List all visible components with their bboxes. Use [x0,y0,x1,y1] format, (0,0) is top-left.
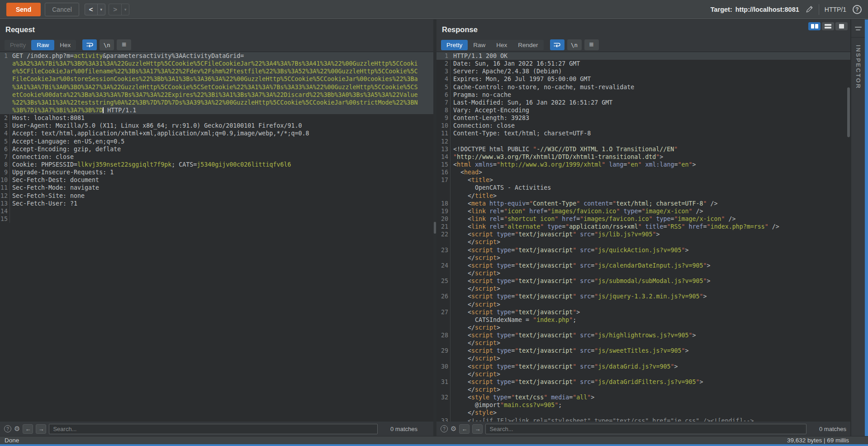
tab-pretty[interactable]: Pretty [5,40,31,50]
code-line: 6Accept-Encoding: gzip, deflate [0,145,433,153]
response-editor[interactable]: 1HTTP/1.1 200 OK2Date: Sun, 16 Jan 2022 … [436,52,850,422]
search-help-icon[interactable]: ? [441,425,448,432]
code-line: 17 <title> [436,176,850,184]
show-newlines-toggle[interactable]: \n [100,39,114,50]
code-line: 10Sec-Fetch-Dest: document [0,176,433,184]
cancel-button[interactable]: Cancel [45,3,79,16]
layout-toggle-group [808,22,848,30]
line-number: 5 [0,138,10,145]
line-number [436,238,451,246]
code-line: @import"main.css?v=905"; [436,401,850,409]
tab-pretty[interactable]: Pretty [441,40,468,50]
code-line: 11Content-Type: text/html; charset=UTF-8 [436,129,850,137]
layout-single-button[interactable] [835,22,848,30]
forward-button[interactable]: > ▾ [109,4,129,15]
back-button[interactable]: < ▾ [85,4,105,15]
code-line: 3User-Agent: Mozilla/5.0 (X11; Linux x86… [0,122,433,129]
code-line: 8Cookie: PHPSESSID=llkvj359nset22sggiqlt… [0,161,433,168]
code-line: </script> [436,285,850,293]
line-number: 2 [0,114,10,122]
target-value: http://localhost:8081 [735,6,799,13]
inspector-collapsed-rail[interactable]: INSPECTOR [851,19,865,436]
layout-rows-icon [825,24,831,29]
code-line: 9Content-Length: 39283 [436,114,850,122]
response-view-tabs: PrettyRawHexRender \n ≡ [441,39,599,50]
search-prev-button[interactable]: ← [23,424,33,434]
response-menu-button[interactable]: ≡ [584,39,599,50]
newline-icon: \n [104,42,110,48]
inspector-toggle-icon[interactable] [851,19,865,38]
tab-raw[interactable]: Raw [31,40,54,50]
code-line: 2Date: Sun, 16 Jan 2022 16:51:27 GMT [436,60,850,67]
back-dropdown-icon[interactable]: ▾ [97,4,105,15]
response-scrollbar-thumb[interactable] [847,87,850,137]
code-line: 4Expires: Mon, 26 Jul 1997 05:00:00 GMT [436,75,850,83]
forward-dropdown-icon[interactable]: ▾ [121,4,129,15]
code-line: 32 <style type="text/css" media="all"> [436,393,850,401]
line-number: 4 [0,129,10,137]
tab-hex[interactable]: Hex [491,40,512,50]
code-line: 5Accept-Language: en-US,en;q=0.5 [0,138,433,145]
line-number: 32 [436,393,451,401]
line-number [436,285,451,293]
tab-render[interactable]: Render [512,40,543,50]
request-view-tabs: PrettyRawHex \n ≡ [5,39,131,50]
word-wrap-toggle[interactable] [82,39,97,50]
word-wrap-toggle[interactable] [550,39,564,50]
search-next-button[interactable]: → [36,424,46,434]
line-number: 2 [436,60,451,67]
search-help-icon[interactable]: ? [4,425,11,432]
line-number: 33 [436,417,451,422]
code-line: </script> [436,324,850,331]
search-settings-icon[interactable]: ⚙ [14,425,20,432]
search-settings-icon[interactable]: ⚙ [451,425,456,432]
line-number [436,409,451,417]
layout-columns-button[interactable] [808,22,821,30]
code-line: 24 <script type="text/javascript" src="j… [436,262,850,269]
line-number [436,370,451,378]
line-number: 11 [436,129,451,137]
code-line: 18 <meta http-equiv="Content-Type" conte… [436,200,850,207]
request-menu-button[interactable]: ≡ [117,39,131,50]
edit-target-icon[interactable] [806,5,813,13]
line-number: 6 [0,145,10,153]
request-editor[interactable]: 1GET /index.php?m=activity&parametersact… [0,52,433,422]
line-number: 17 [436,176,451,184]
response-search-input[interactable] [485,424,806,434]
http-version-select[interactable]: HTTP/1 [825,6,846,13]
send-button[interactable]: Send [6,3,41,16]
code-line: </style> [436,409,850,417]
line-number: 15 [436,161,451,168]
line-number: 7 [0,153,10,161]
code-line: 15<html xmlns="http://www.w3.org/1999/xh… [436,161,850,168]
code-line: </title> [436,192,850,200]
code-line: 11Sec-Fetch-Mode: navigate [0,184,433,192]
back-arrow-icon: < [85,4,97,15]
show-newlines-toggle[interactable]: \n [567,39,582,50]
panel-splitter-handle[interactable] [434,222,436,234]
request-search-input[interactable] [49,424,378,434]
search-prev-button[interactable]: ← [459,424,470,434]
search-next-button[interactable]: → [472,424,483,434]
line-number [0,83,10,91]
code-line: 12Sec-Fetch-Site: none [0,192,433,200]
response-metrics: 39,632 bytes | 69 millis [787,437,849,444]
tab-hex[interactable]: Hex [54,40,76,50]
request-search-matches: 0 matches [383,426,417,432]
response-search-bar: ? ⚙ ← → 0 matches [436,422,850,436]
code-line: 6Pragma: no-cache [436,91,850,99]
tab-raw[interactable]: Raw [468,40,491,50]
line-number [436,355,451,362]
word-wrap-icon [553,42,561,48]
word-wrap-icon [86,42,94,48]
status-text: Done [5,437,19,444]
layout-columns-icon [811,24,814,29]
line-number: 14 [0,207,10,215]
line-number: 23 [436,246,451,254]
code-line: 2Host: localhost:8081 [0,114,433,122]
help-icon[interactable]: ? [853,5,862,14]
line-number [0,99,10,106]
layout-rows-button[interactable] [822,22,834,30]
repeater-toolbar: Send Cancel < ▾ > ▾ Target: http://local… [0,0,868,19]
code-line: etCookie%00data%22%3Ba%3A3%3A%7Bs%3A7%3A… [0,91,433,99]
